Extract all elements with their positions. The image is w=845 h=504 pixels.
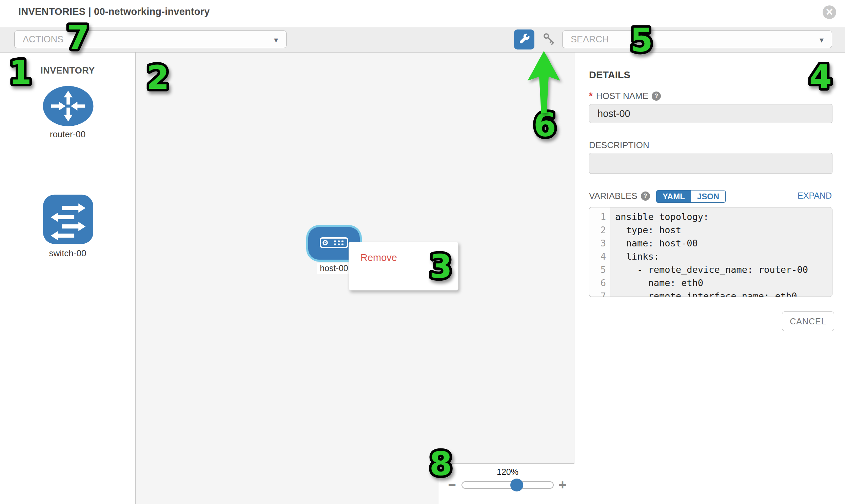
context-menu-item-remove[interactable]: Remove [360, 249, 458, 266]
search-dropdown[interactable]: SEARCH ▾ [562, 31, 832, 48]
tab-yaml[interactable]: YAML [656, 191, 691, 202]
code-line: name: eth0 [615, 276, 832, 289]
code-line: links: [615, 250, 832, 263]
tools-button[interactable] [514, 30, 534, 50]
close-button[interactable]: × [823, 5, 836, 19]
code-line: type: host [615, 223, 832, 237]
variables-label-row: VARIABLES ? [589, 191, 650, 201]
editor-code-area: ansible_topology: type: host name: host-… [610, 208, 832, 296]
host-icon [320, 237, 348, 250]
inventory-topology-app: INVENTORIES | 00-networking-inventory × … [0, 0, 845, 504]
editor-line-numbers: 1 2 3 4 5 6 7 [589, 208, 610, 296]
expand-link[interactable]: EXPAND [797, 191, 832, 201]
device-label-switch: switch-00 [0, 248, 135, 258]
line-number: 4 [589, 250, 606, 263]
tab-json[interactable]: JSON [691, 191, 725, 202]
router-icon [42, 122, 94, 128]
description-input[interactable] [589, 153, 832, 174]
toolbar: ACTIONS ▾ SEARCH ▾ [0, 27, 845, 53]
context-menu: Details Remove [349, 242, 458, 290]
chevron-down-icon: ▾ [820, 35, 824, 45]
actions-dropdown[interactable]: ACTIONS ▾ [14, 31, 286, 48]
zoom-slider-thumb[interactable] [510, 479, 523, 491]
search-dropdown-label: SEARCH [571, 34, 609, 45]
variables-label: VARIABLES [589, 191, 637, 201]
line-number: 5 [589, 263, 606, 276]
host-name-help-icon[interactable]: ? [652, 91, 661, 101]
key-button[interactable] [540, 31, 558, 49]
actions-dropdown-label: ACTIONS [23, 34, 64, 45]
variables-code-editor[interactable]: 1 2 3 4 5 6 7 ansible_topology: type: ho… [589, 207, 832, 297]
line-number: 2 [589, 223, 606, 237]
sidebar-title: INVENTORY [0, 66, 135, 76]
zoom-in-button[interactable]: + [556, 477, 569, 492]
host-name-label: HOST NAME [596, 91, 648, 101]
line-number: 1 [589, 210, 606, 223]
host-name-label-row: * HOST NAME ? [589, 90, 661, 101]
host-name-input[interactable] [589, 104, 832, 123]
cancel-button[interactable]: CANCEL [782, 311, 834, 331]
variables-format-toggle: YAML JSON [656, 190, 726, 203]
zoom-level-value: 120% [461, 467, 554, 477]
sidebar-device-switch[interactable] [42, 194, 94, 246]
description-label-row: DESCRIPTION [589, 140, 649, 150]
close-icon: × [826, 6, 833, 18]
description-label: DESCRIPTION [589, 140, 649, 150]
inventory-sidebar: INVENTORY router-00 [0, 53, 136, 504]
variables-help-icon[interactable]: ? [641, 192, 650, 201]
code-line: name: host-00 [615, 237, 832, 250]
topology-canvas[interactable]: host-00 Details Remove 120% − + [136, 53, 575, 504]
page-title: INVENTORIES | 00-networking-inventory [18, 6, 210, 17]
wrench-icon [518, 33, 530, 46]
header-bar: INVENTORIES | 00-networking-inventory × [0, 0, 845, 27]
zoom-slider[interactable] [461, 481, 554, 489]
required-asterisk: * [589, 90, 593, 101]
line-number: 3 [589, 237, 606, 250]
key-icon [541, 32, 556, 48]
details-panel: DETAILS * HOST NAME ? DESCRIPTION VARIAB… [575, 53, 845, 504]
switch-icon [42, 240, 94, 246]
details-panel-title: DETAILS [589, 70, 630, 81]
code-line: - remote_device_name: router-00 [615, 263, 832, 276]
line-number: 6 [589, 276, 606, 289]
sidebar-device-router[interactable] [42, 85, 94, 128]
zoom-control-panel: 120% − + [439, 463, 575, 504]
code-line: ansible_topology: [615, 210, 832, 223]
device-label-router: router-00 [0, 129, 135, 140]
chevron-down-icon: ▾ [274, 35, 278, 45]
host-node-label: host-00 [317, 263, 351, 274]
line-number: 7 [589, 289, 606, 297]
zoom-out-button[interactable]: − [445, 477, 459, 492]
code-line: remote_interface_name: eth0 [615, 289, 832, 297]
